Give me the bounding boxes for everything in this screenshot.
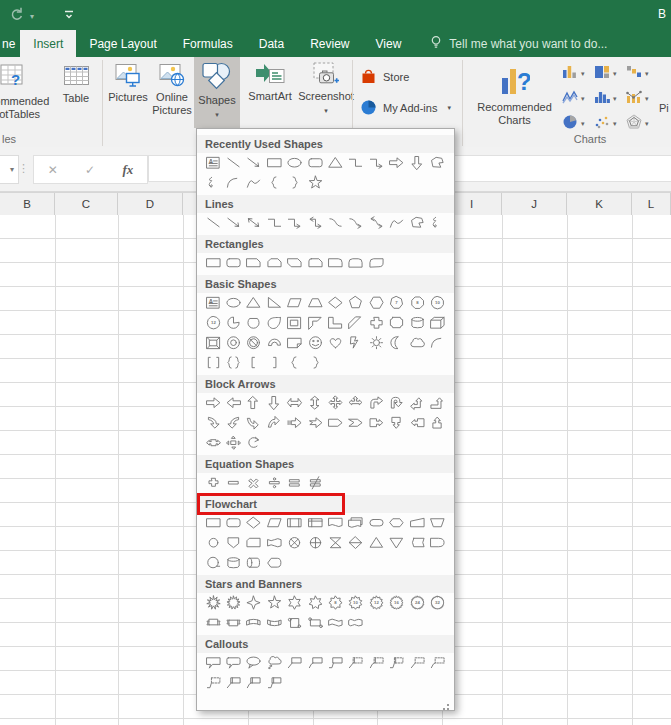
shape-text-box[interactable]: A [203,293,223,313]
shape-up-arrow[interactable] [244,393,264,413]
shape-up-arrow-callout[interactable] [427,413,447,433]
pictures-button[interactable]: Pictures [106,57,150,128]
shape-block-arc[interactable] [264,333,284,353]
treemap-chart-button[interactable]: ▾ [594,61,626,86]
shape-trapezoid[interactable] [305,293,325,313]
column-header-D[interactable]: D [118,193,183,215]
shape-u-turn-arrow[interactable] [387,393,407,413]
shape-down-ribbon[interactable] [223,613,243,633]
formula-bar-drag-handle[interactable]: ⋮ [18,155,28,182]
shape-multidocument[interactable] [346,513,366,533]
insert-function-button[interactable]: fx [122,162,133,178]
shape-star-12[interactable]: 12 [366,593,386,613]
shape-teardrop[interactable] [264,313,284,333]
shape-predefined-process[interactable] [285,513,305,533]
redo-icon[interactable] [8,6,24,26]
shape-down-arrow-callout[interactable] [387,413,407,433]
shape-card[interactable] [244,533,264,553]
shape-line-callout-3-no-border[interactable] [203,673,223,693]
shape-line-callout-3-border-accent-bar[interactable] [264,673,284,693]
shape-cross[interactable] [366,313,386,333]
my-add-ins-button[interactable]: My Add-ins▾ [360,97,451,119]
shape-bent-up-arrow[interactable] [427,393,447,413]
shape-line-callout-1-no-border[interactable] [407,653,427,673]
shape-arc[interactable] [223,173,243,193]
waterfall-chart-button[interactable]: ▾ [626,61,658,86]
shape-sun[interactable] [366,333,386,353]
shape-double-arrow[interactable] [244,213,264,233]
recommended-charts-button[interactable]: ?RecommendedCharts [467,57,562,128]
redo-dropdown-caret[interactable]: ▾ [30,12,34,21]
shape-no-symbol[interactable] [244,333,264,353]
shape-curved-down-arrow[interactable] [244,413,264,433]
shape-dodecagon[interactable]: 12 [203,313,223,333]
shape-elbow-connector[interactable] [264,213,284,233]
shape-scribble[interactable] [203,173,223,193]
shape-vertical-scroll[interactable] [285,613,305,633]
shape-lightning-bolt[interactable] [346,333,366,353]
shape-line[interactable] [223,153,243,173]
shape-rectangle[interactable] [264,153,284,173]
shape-plus[interactable] [203,473,223,493]
shape-freeform[interactable] [427,153,447,173]
shape-left-right-up-arrow[interactable] [346,393,366,413]
table-button[interactable]: Table [52,57,100,128]
tab-page-layout[interactable]: Page Layout [76,30,169,57]
shape-process[interactable] [203,513,223,533]
combo-chart-button[interactable]: ▾ [626,86,658,111]
shape-right-bracket[interactable] [264,353,284,373]
shape-star-6[interactable] [285,593,305,613]
shape-rectangular-callout[interactable] [203,653,223,673]
shape-decision[interactable] [244,513,264,533]
shape-not-equal[interactable] [305,473,325,493]
shape-cloud[interactable] [407,333,427,353]
shape-isosceles-triangle[interactable] [244,293,264,313]
shape-moon[interactable] [387,333,407,353]
shape-line-callout-1-accent-bar[interactable] [346,653,366,673]
column-chart-button[interactable]: ▾ [562,61,594,86]
shape-freeform[interactable] [407,213,427,233]
shape-left-up-arrow[interactable] [407,393,427,413]
shape-curved-up-arrow[interactable] [264,413,284,433]
store-button[interactable]: Store [360,66,409,88]
customize-quick-access-toolbar-icon[interactable] [62,7,76,25]
shape-terminator[interactable] [366,513,386,533]
shape-diamond[interactable] [325,293,345,313]
shape-notched-right-arrow[interactable] [305,413,325,433]
shape-star-32[interactable]: 32 [427,593,447,613]
online-pictures-button[interactable]: OnlinePictures [150,57,194,128]
shape-display[interactable] [264,553,284,573]
shape-star-24[interactable]: 24 [407,593,427,613]
shape-up-ribbon[interactable] [203,613,223,633]
shape-multiplication[interactable] [244,473,264,493]
shape-manual-operation[interactable] [427,513,447,533]
shape-direct-access-storage[interactable] [244,553,264,573]
shape-pentagon[interactable] [325,413,345,433]
recommended-pivottables-button[interactable]: ?RecommendedPivotTables [0,57,58,128]
shape-line-callout-3[interactable] [325,653,345,673]
shape-manual-input[interactable] [407,513,427,533]
shape-curved-left-arrow[interactable] [223,413,243,433]
shape-elbow-connector[interactable] [346,153,366,173]
shape-magnetic-disk[interactable] [223,553,243,573]
tab-formulas[interactable]: Formulas [170,30,246,57]
shape-chord[interactable] [244,313,264,333]
shape-summing-junction[interactable] [285,533,305,553]
name-box-caret[interactable]: ▾ [10,165,14,174]
shape-left-brace[interactable] [285,353,305,373]
shape-preparation[interactable] [387,513,407,533]
shape-elbow-arrow-connector[interactable] [366,153,386,173]
shape-curved-down-ribbon[interactable] [264,613,284,633]
shape-left-right-arrow[interactable] [285,393,305,413]
shape-wave[interactable] [325,613,345,633]
shape-chevron[interactable] [346,413,366,433]
shape-arrow[interactable] [223,213,243,233]
shape-line[interactable] [203,213,223,233]
histogram-chart-button[interactable]: ▾ [594,86,626,111]
shape-snip-and-round-single-corner-rectangle[interactable] [305,253,325,273]
shape-document[interactable] [325,513,345,533]
tab-insert[interactable]: Insert [20,30,76,57]
shape-sort[interactable] [346,533,366,553]
shape-snip-single-corner-rectangle[interactable] [244,253,264,273]
shape-bevel[interactable] [203,333,223,353]
